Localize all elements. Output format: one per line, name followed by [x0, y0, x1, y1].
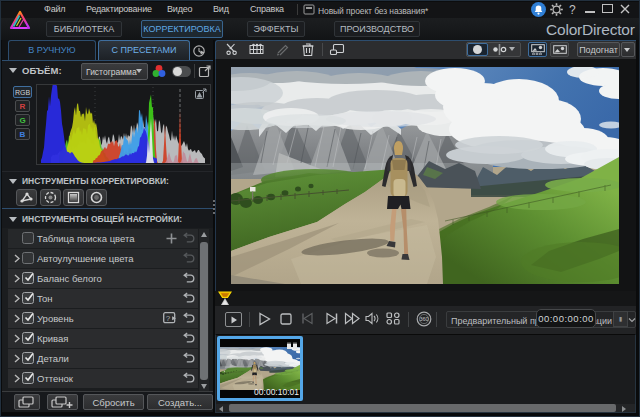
svg-text:360: 360	[419, 316, 428, 322]
svg-text:?: ?	[166, 314, 171, 323]
